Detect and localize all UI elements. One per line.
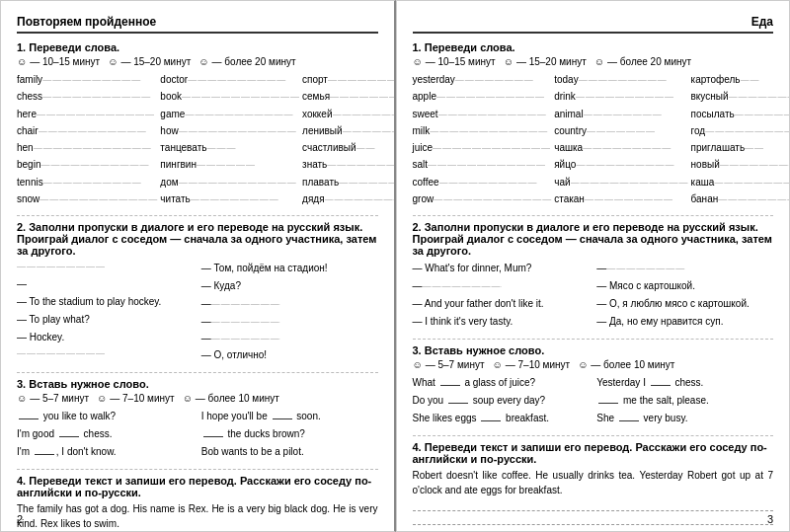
- word-row: here————————————: [17, 106, 158, 122]
- sentence: Bob wants to be a pilot.: [201, 443, 378, 461]
- right-col2: today————————— drink—————————— animal———…: [554, 71, 688, 207]
- word-row: читать—————————: [160, 190, 300, 207]
- right-s1-time: ☺ — 10–15 минут ☺ — 15–20 минут ☺ — боле…: [413, 56, 774, 67]
- left-s3-time: ☺ — 5–7 минут ☺ — 7–10 минут ☺ — более 1…: [17, 393, 378, 404]
- word-row: чай————————————: [554, 174, 688, 190]
- dialog-line: —: [17, 275, 194, 293]
- right-s3-sentences: What a glass of juice? Do you soup every…: [413, 374, 774, 427]
- left-section1: 1. Переведи слова. ☺ — 10–15 минут ☺ — 1…: [17, 41, 378, 207]
- right-s2-title: 2. Заполни пропуски в диалоге и его пере…: [413, 221, 774, 257]
- word-row: animal————————: [554, 106, 688, 122]
- dialog-line: — To play what?: [17, 311, 194, 329]
- word-row: juice————————————: [413, 139, 553, 156]
- left-col3: спорт————————— семья————————— хоккей————…: [302, 71, 395, 207]
- time-label-1: — 10–15 минут: [30, 56, 100, 67]
- sentence: Yesterday I chess.: [596, 374, 773, 392]
- r-time-item-s3-1: ☺ — 5–7 минут: [413, 359, 485, 370]
- r-divider-2: [413, 339, 774, 340]
- answer-line: [413, 515, 774, 525]
- word-row: картофель——: [691, 71, 790, 88]
- time-label-2: — 15–20 минут: [120, 56, 191, 67]
- left-s4-title: 4. Переведи текст и запиши его перевод. …: [17, 475, 378, 498]
- page-left: Повторяем пройденное 1. Переведи слова. …: [0, 0, 396, 532]
- smiley-3: ☺: [198, 56, 208, 67]
- right-dialog: — What's for dinner, Mum? ————————————— …: [413, 260, 774, 330]
- dialog-line: — And your father don't like it.: [413, 295, 590, 313]
- dialog-left: ———————————— — — To the stadium to play …: [17, 260, 194, 364]
- word-row: каша——————————: [691, 174, 790, 190]
- left-s1-title: 1. Переведи слова.: [17, 41, 378, 53]
- dialog-right: — Том, пойдём на стадион! — Куда? ——————…: [201, 260, 378, 364]
- r-time-item-s3-2: ☺ — 7–10 минут: [493, 359, 571, 370]
- word-row: sweet———————————: [413, 106, 553, 122]
- smiley-1: ☺: [17, 56, 27, 67]
- left-word-grid: family—————————— chess——————————— here——…: [17, 71, 378, 207]
- right-col3: картофель—— вкусный——————— посылать—————…: [691, 71, 790, 207]
- right-s4-text: Robert doesn't like coffee. He usually d…: [413, 468, 774, 497]
- divider-2: [17, 372, 378, 373]
- word-row: game———————————: [160, 106, 300, 122]
- word-row: пингвин——————: [160, 156, 300, 173]
- word-row: яйцо——————————: [554, 156, 688, 173]
- word-row: hen————————————: [17, 139, 158, 156]
- left-dialog: ———————————— — — To the stadium to play …: [17, 260, 378, 364]
- r-divider-3: [413, 435, 774, 436]
- word-row: country———————: [554, 122, 688, 139]
- sentence: She likes eggs breakfast.: [413, 410, 590, 427]
- sentence: I hope you'll be soon.: [201, 408, 378, 425]
- word-row: salt————————————: [413, 156, 553, 173]
- dialog-line: — О, отлично!: [201, 346, 378, 364]
- left-title: Повторяем пройденное: [17, 15, 156, 29]
- word-row: book————————————: [160, 88, 300, 105]
- left-s3-sentences: you like to walk? I'm good chess. I'm , …: [17, 408, 378, 461]
- word-row: family——————————: [17, 71, 158, 88]
- sentence: I'm good chess.: [17, 425, 194, 443]
- r-dialog-left: — What's for dinner, Mum? ————————————— …: [413, 260, 590, 330]
- left-col2: doctor—————————— book———————————— game——…: [160, 71, 300, 207]
- left-header: Повторяем пройденное: [17, 15, 378, 34]
- word-row: chess———————————: [17, 88, 158, 105]
- word-row: год————————————: [691, 122, 790, 139]
- right-s4-title: 4. Переведи текст и запиши его перевод. …: [413, 441, 774, 465]
- right-page-number: 3: [767, 513, 773, 525]
- dialog-line: — О, я люблю мясо с картошкой.: [596, 295, 773, 313]
- sentence: the ducks brown?: [201, 425, 378, 443]
- dialog-line: — I think it's very tasty.: [413, 313, 590, 331]
- right-section3: 3. Вставь нужное слово. ☺ — 5–7 минут ☺ …: [413, 344, 774, 427]
- sentence: Do you soup every day?: [413, 392, 590, 410]
- word-row: drink——————————: [554, 88, 688, 105]
- word-row: знать—————————: [302, 156, 395, 173]
- word-row: новый—————————: [691, 156, 790, 173]
- sentence: What a glass of juice?: [413, 374, 590, 392]
- right-word-grid: yesterday———————— apple——————————— sweet…: [413, 71, 774, 207]
- right-header: Еда: [413, 15, 774, 34]
- left-s2-title: 2. Заполни пропуски в диалоге и его пере…: [17, 221, 378, 257]
- r-time-item-3: ☺ — более 20 минут: [594, 56, 691, 67]
- r-dialog-right: ————————————— — Мясо с картошкой. — О, я…: [596, 260, 773, 330]
- word-row: snow————————————: [17, 190, 158, 207]
- right-s3-title: 3. Вставь нужное слово.: [413, 344, 774, 356]
- divider-1: [17, 215, 378, 216]
- left-section3: 3. Вставь нужное слово. ☺ — 5–7 минут ☺ …: [17, 378, 378, 461]
- left-s3-title: 3. Вставь нужное слово.: [17, 378, 378, 390]
- right-title: Еда: [751, 15, 773, 29]
- left-s4-text: The family has got a dog. His name is Re…: [17, 501, 378, 531]
- word-row: спорт—————————: [302, 71, 395, 88]
- right-s3-time: ☺ — 5–7 минут ☺ — 7–10 минут ☺ — более 1…: [413, 359, 774, 370]
- word-row: чашка—————————: [554, 139, 688, 156]
- right-section2: 2. Заполни пропуски в диалоге и его пере…: [413, 221, 774, 330]
- dialog-line: —————————————: [413, 277, 590, 294]
- sentence: me the salt, please.: [596, 392, 773, 410]
- word-row: дом————————————: [160, 174, 300, 190]
- sentence: She very busy.: [596, 410, 773, 427]
- time-item-3: ☺ — более 20 минут: [198, 56, 295, 67]
- word-row: дядя——————————: [302, 190, 395, 207]
- dialog-line: —————————————: [201, 295, 378, 312]
- dialog-line: — To the stadium to play hockey.: [17, 293, 194, 311]
- dialog-line: — Том, пойдём на стадион!: [201, 260, 378, 277]
- word-row: приглашать——: [691, 139, 790, 156]
- word-row: how————————————: [160, 122, 300, 139]
- sentence: I'm , I don't know.: [17, 443, 194, 461]
- dialog-line: — What's for dinner, Mum?: [413, 260, 590, 277]
- dialog-line: ————————————: [17, 346, 194, 361]
